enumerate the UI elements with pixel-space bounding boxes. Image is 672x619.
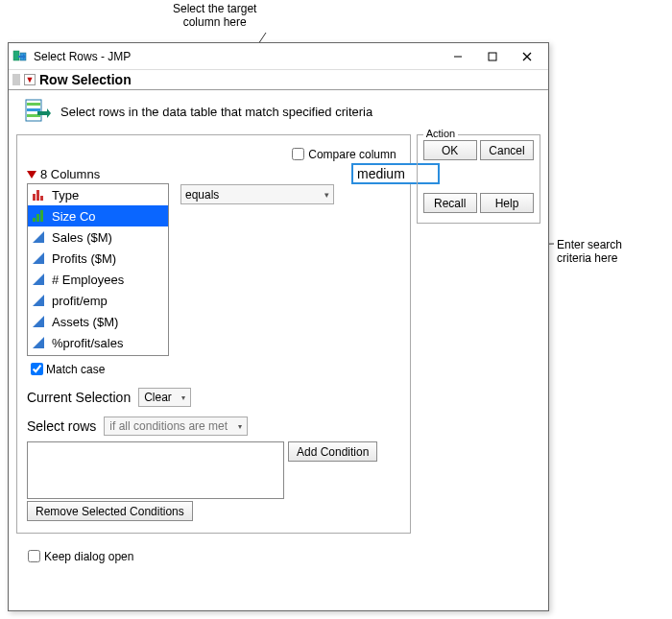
current-selection-row: Current Selection Clear ▾	[27, 388, 400, 407]
list-item[interactable]: Assets ($M)	[28, 311, 168, 332]
svg-marker-18	[33, 231, 44, 243]
operator-block: equals ▾	[180, 184, 334, 204]
left-panel: Compare column 8 Columns Type	[16, 134, 411, 534]
help-button[interactable]: Help	[480, 193, 534, 213]
chevron-down-icon: ▾	[181, 393, 185, 402]
annotation-search-text: Enter search criteria here	[557, 238, 622, 266]
add-condition-label: Add Condition	[297, 445, 369, 459]
svg-rect-14	[40, 196, 43, 201]
titlebar: Select Rows - JMP	[9, 43, 548, 70]
columns-list[interactable]: Type Size Co Sales ($M)	[27, 183, 169, 356]
continuous-icon	[32, 230, 47, 244]
app-icon	[12, 49, 28, 64]
svg-rect-9	[27, 103, 40, 106]
operator-value: equals	[185, 188, 219, 202]
list-item[interactable]: %profit/sales	[28, 332, 168, 353]
add-condition-button[interactable]: Add Condition	[288, 441, 377, 462]
continuous-icon	[32, 273, 47, 286]
compare-column-checkbox[interactable]	[292, 148, 304, 160]
current-selection-label: Current Selection	[27, 390, 131, 405]
nominal-icon	[32, 188, 47, 202]
svg-marker-20	[33, 274, 44, 285]
conditions-row: Add Condition	[27, 441, 400, 499]
disclosure-button[interactable]: ▼	[24, 74, 36, 85]
svg-rect-16	[36, 214, 39, 222]
svg-rect-17	[40, 210, 43, 222]
action-panel: Action OK Cancel Recall Help	[417, 134, 540, 224]
section-handle-icon	[12, 74, 20, 85]
select-rows-label: Select rows	[27, 418, 96, 434]
match-case-checkbox[interactable]	[31, 363, 43, 375]
match-case-label: Match case	[46, 363, 105, 376]
current-selection-select[interactable]: Clear ▾	[138, 388, 191, 407]
svg-rect-5	[489, 53, 496, 60]
minimize-icon	[453, 52, 463, 61]
maximize-icon	[488, 52, 497, 61]
svg-marker-19	[33, 252, 44, 264]
select-rows-row: Select rows if all conditions are met ▾	[27, 417, 400, 436]
list-item-label: # Employees	[52, 273, 124, 287]
columns-menu-icon	[27, 171, 36, 179]
recall-button[interactable]: Recall	[423, 193, 477, 213]
annotation-target-column-text: Select the target column here	[173, 2, 256, 30]
description-row: Select rows in the data table that match…	[9, 90, 548, 134]
continuous-icon	[32, 315, 47, 328]
svg-rect-10	[27, 108, 40, 111]
list-item[interactable]: profit/emp	[28, 290, 168, 311]
select-rows-icon	[24, 98, 51, 125]
operator-select[interactable]: equals ▾	[180, 184, 334, 204]
list-item[interactable]: Sales ($M)	[28, 226, 168, 248]
list-item[interactable]: Size Co	[28, 205, 168, 226]
list-item-label: profit/emp	[52, 294, 108, 308]
columns-block: 8 Columns Type Si	[27, 167, 169, 356]
top-row: 8 Columns Type Si	[27, 167, 400, 356]
continuous-icon	[32, 251, 47, 265]
list-item-label: Size Co	[52, 209, 96, 224]
svg-marker-22	[33, 316, 44, 327]
list-item-label: Sales ($M)	[52, 230, 112, 245]
ok-button[interactable]: OK	[423, 140, 477, 160]
body-area: Compare column 8 Columns Type	[9, 134, 548, 534]
select-rows-select[interactable]: if all conditions are met ▾	[104, 417, 248, 436]
svg-marker-21	[33, 295, 44, 306]
list-item[interactable]: # Employees	[28, 269, 168, 290]
cancel-button[interactable]: Cancel	[480, 140, 534, 160]
svg-marker-23	[33, 337, 44, 348]
description-text: Select rows in the data table that match…	[60, 105, 372, 119]
minimize-button[interactable]	[441, 45, 475, 68]
chevron-down-icon: ▾	[324, 190, 329, 200]
compare-column-row: Compare column	[27, 145, 400, 163]
continuous-icon	[32, 336, 47, 349]
match-case-row: Match case	[27, 360, 400, 378]
close-icon	[522, 52, 532, 61]
list-item-label: %profit/sales	[52, 336, 123, 350]
continuous-icon	[32, 294, 47, 307]
section-header: ▼ Row Selection	[9, 70, 548, 90]
keep-open-label: Keep dialog open	[44, 550, 133, 563]
svg-rect-13	[36, 190, 39, 201]
list-item-label: Type	[52, 188, 79, 202]
chevron-down-icon: ▾	[238, 422, 242, 431]
select-rows-value: if all conditions are met	[109, 419, 228, 433]
current-selection-value: Clear	[144, 391, 172, 404]
columns-header[interactable]: 8 Columns	[27, 167, 169, 181]
svg-rect-15	[33, 218, 36, 222]
dialog-window: Select Rows - JMP ▼ Row Selection	[8, 42, 549, 611]
list-item-label: Assets ($M)	[52, 315, 118, 329]
list-item-label: Profits ($M)	[52, 251, 116, 266]
close-button[interactable]	[510, 45, 544, 68]
list-item[interactable]: Profits ($M)	[28, 248, 168, 269]
section-title: Row Selection	[39, 72, 132, 87]
remove-condition-label: Remove Selected Conditions	[36, 505, 184, 518]
ordinal-icon	[32, 209, 47, 223]
action-legend: Action	[423, 128, 459, 139]
conditions-list[interactable]	[27, 441, 284, 499]
svg-rect-12	[33, 194, 36, 201]
maximize-button[interactable]	[475, 45, 510, 68]
keep-open-row: Keep dialog open	[24, 547, 548, 565]
keep-open-checkbox[interactable]	[28, 550, 40, 562]
compare-column-label: Compare column	[308, 148, 396, 161]
list-item[interactable]: Type	[28, 184, 168, 205]
window-title: Select Rows - JMP	[34, 50, 441, 63]
remove-condition-button[interactable]: Remove Selected Conditions	[27, 501, 193, 521]
